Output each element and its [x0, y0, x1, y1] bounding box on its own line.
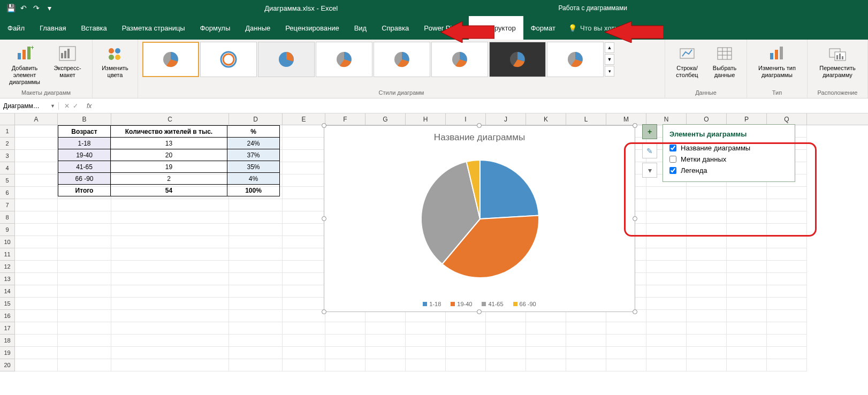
cell[interactable]	[15, 125, 58, 138]
cell[interactable]	[283, 138, 325, 150]
cell[interactable]	[283, 224, 325, 236]
cell[interactable]	[566, 335, 606, 347]
chart-style-2[interactable]	[200, 42, 257, 77]
cell[interactable]	[727, 236, 767, 248]
cell[interactable]	[687, 273, 727, 285]
cell[interactable]	[727, 211, 767, 224]
row-header[interactable]: 17	[0, 322, 15, 335]
cell[interactable]	[767, 359, 807, 371]
cell[interactable]	[767, 285, 807, 298]
cell[interactable]	[687, 187, 727, 199]
cell[interactable]	[727, 187, 767, 199]
row-header[interactable]: 18	[0, 335, 15, 347]
save-icon[interactable]: 💾	[5, 3, 16, 13]
cell[interactable]	[606, 335, 646, 347]
cell[interactable]	[58, 199, 111, 211]
cell[interactable]	[767, 187, 807, 199]
table-header-count[interactable]: Количество жителей в тыс.	[111, 126, 227, 138]
row-header[interactable]: 2	[0, 138, 15, 150]
tab-view[interactable]: Вид	[347, 16, 375, 40]
col-header-P[interactable]: P	[727, 113, 767, 125]
resize-handle-e[interactable]	[633, 216, 637, 221]
cell[interactable]	[646, 261, 687, 273]
cell[interactable]	[767, 211, 807, 224]
cell[interactable]	[111, 261, 229, 273]
cell[interactable]	[15, 335, 58, 347]
resize-handle-nw[interactable]	[322, 123, 326, 128]
cell[interactable]	[15, 138, 58, 150]
cell[interactable]	[229, 298, 283, 310]
chart-style-4[interactable]	[316, 42, 372, 77]
cell[interactable]	[111, 236, 229, 248]
cell[interactable]	[111, 273, 229, 285]
cell[interactable]	[646, 322, 687, 335]
add-chart-element-button[interactable]: + Добавить элемент диаграммы	[4, 42, 45, 88]
cell[interactable]	[727, 261, 767, 273]
cell[interactable]	[727, 310, 767, 322]
cell[interactable]	[283, 162, 325, 174]
cell[interactable]	[283, 310, 325, 322]
flyout-item-data-labels[interactable]: Метки данных	[669, 154, 788, 165]
chart-elements-button[interactable]: +	[642, 124, 657, 139]
cell[interactable]	[646, 347, 687, 359]
cell[interactable]	[526, 359, 566, 371]
cell[interactable]	[58, 298, 111, 310]
undo-icon[interactable]: ↶	[18, 3, 29, 13]
tab-page-layout[interactable]: Разметка страницы	[115, 16, 193, 40]
cell[interactable]	[727, 199, 767, 211]
cell[interactable]	[526, 322, 566, 335]
cell[interactable]	[767, 248, 807, 261]
chart-object[interactable]: Название диаграммы 1-18 19-40 41-65 66 -…	[324, 125, 635, 312]
col-header-A[interactable]: A	[15, 113, 58, 125]
cell[interactable]	[366, 335, 406, 347]
cell[interactable]	[15, 248, 58, 261]
col-header-M[interactable]: M	[606, 113, 646, 125]
cell[interactable]	[283, 347, 325, 359]
row-header[interactable]: 1	[0, 125, 15, 138]
cell[interactable]	[111, 335, 229, 347]
cell[interactable]	[229, 359, 283, 371]
cell[interactable]	[229, 322, 283, 335]
checkbox-data-labels[interactable]	[669, 156, 676, 163]
resize-handle-sw[interactable]	[322, 309, 326, 314]
cell[interactable]	[646, 359, 687, 371]
tab-formulas[interactable]: Формулы	[193, 16, 238, 40]
cell[interactable]	[687, 298, 727, 310]
cell[interactable]	[58, 224, 111, 236]
cell[interactable]	[283, 298, 325, 310]
cell[interactable]	[767, 273, 807, 285]
row-header[interactable]: 15	[0, 298, 15, 310]
tab-review[interactable]: Рецензирование	[278, 16, 346, 40]
qat-more-icon[interactable]: ▾	[44, 3, 55, 13]
row-header[interactable]: 7	[0, 199, 15, 211]
cell[interactable]	[283, 174, 325, 187]
cell[interactable]	[325, 359, 366, 371]
cell[interactable]	[283, 211, 325, 224]
cell[interactable]	[486, 359, 526, 371]
cell[interactable]	[727, 335, 767, 347]
cell[interactable]	[58, 335, 111, 347]
row-header[interactable]: 3	[0, 150, 15, 162]
row-header[interactable]: 19	[0, 347, 15, 359]
cell[interactable]	[283, 248, 325, 261]
cell[interactable]	[15, 273, 58, 285]
cell[interactable]	[566, 322, 606, 335]
cell[interactable]	[687, 359, 727, 371]
chart-style-1[interactable]	[142, 42, 199, 77]
cell[interactable]	[646, 273, 687, 285]
cell[interactable]	[646, 199, 687, 211]
resize-handle-ne[interactable]	[633, 123, 637, 128]
cell[interactable]	[526, 347, 566, 359]
cell[interactable]	[283, 199, 325, 211]
cell[interactable]	[687, 236, 727, 248]
name-box-dropdown-icon[interactable]: ▼	[50, 103, 55, 109]
chart-style-5[interactable]	[374, 42, 430, 77]
row-header[interactable]: 10	[0, 236, 15, 248]
col-header-H[interactable]: H	[406, 113, 446, 125]
chart-style-7[interactable]	[489, 42, 546, 77]
gallery-scroll-down[interactable]: ▼	[605, 54, 614, 65]
cell[interactable]	[406, 347, 446, 359]
row-header[interactable]: 16	[0, 310, 15, 322]
cell[interactable]	[229, 199, 283, 211]
cell[interactable]	[767, 298, 807, 310]
